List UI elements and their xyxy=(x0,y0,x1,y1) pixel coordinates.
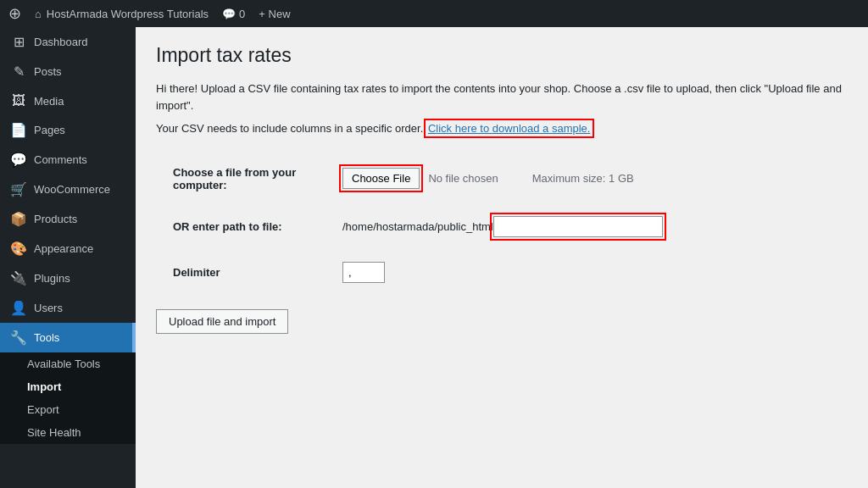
sidebar-item-tools[interactable]: 🔧 Tools xyxy=(0,323,136,352)
sidebar-item-media[interactable]: 🖼 Media xyxy=(0,86,136,115)
posts-icon: ✎ xyxy=(10,64,27,80)
path-row: OR enter path to file: /home/hostarmada/… xyxy=(156,203,848,249)
page-title: Import tax rates xyxy=(156,44,848,67)
sidebar-item-posts[interactable]: ✎ Posts xyxy=(0,57,136,86)
dashboard-icon: ⊞ xyxy=(10,34,27,50)
sidebar-item-available-tools[interactable]: Available Tools xyxy=(0,352,136,375)
wp-logo-icon[interactable]: ⊕ xyxy=(8,4,21,23)
sidebar-item-site-health[interactable]: Site Health xyxy=(0,421,136,444)
path-input-wrap: /home/hostarmada/public_html xyxy=(342,216,831,237)
file-chooser-row: Choose a file from your computer: Choose… xyxy=(156,154,848,204)
sidebar-item-products[interactable]: 📦 Products xyxy=(0,204,136,234)
tools-submenu: Available Tools Import Export Site Healt… xyxy=(0,352,136,444)
site-name[interactable]: ⌂ HostArmada Wordpress Tutorials xyxy=(35,8,209,20)
sidebar-item-export[interactable]: Export xyxy=(0,398,136,421)
max-size-text: Maximum size: 1 GB xyxy=(532,172,634,185)
sidebar-item-pages[interactable]: 📄 Pages xyxy=(0,115,136,145)
comments-count[interactable]: 💬 0 xyxy=(222,8,245,20)
appearance-icon: 🎨 xyxy=(10,241,27,257)
products-icon: 📦 xyxy=(10,211,27,227)
sidebar-item-appearance[interactable]: 🎨 Appearance xyxy=(0,234,136,263)
path-input[interactable] xyxy=(493,216,663,237)
file-label: Choose a file from your computer: xyxy=(156,154,326,204)
woocommerce-icon: 🛒 xyxy=(10,181,27,197)
delimiter-input[interactable] xyxy=(342,262,385,283)
sidebar: ⊞ Dashboard ✎ Posts 🖼 Media 📄 Pages 💬 Co… xyxy=(0,27,136,488)
description-2: Your CSV needs to include columns in a s… xyxy=(156,120,848,137)
sidebar-item-comments[interactable]: 💬 Comments xyxy=(0,145,136,175)
main-content: Import tax rates Hi there! Upload a CSV … xyxy=(136,27,868,488)
admin-bar: ⊕ ⌂ HostArmada Wordpress Tutorials 💬 0 +… xyxy=(0,0,868,27)
import-form: Choose a file from your computer: Choose… xyxy=(156,154,848,296)
choose-file-button[interactable]: Choose File xyxy=(342,168,420,189)
sample-download-link[interactable]: Click here to download a sample. xyxy=(426,121,593,136)
home-icon: ⌂ xyxy=(35,8,42,20)
pages-icon: 📄 xyxy=(10,122,27,138)
sidebar-item-users[interactable]: 👤 Users xyxy=(0,293,136,323)
file-choose-wrap: Choose File No file chosen Maximum size:… xyxy=(342,168,831,189)
media-icon: 🖼 xyxy=(10,93,27,108)
description-1: Hi there! Upload a CSV file containing t… xyxy=(156,80,848,114)
upload-button[interactable]: Upload file and import xyxy=(156,309,288,334)
sidebar-item-import[interactable]: Import xyxy=(0,375,136,398)
no-file-text: No file chosen xyxy=(428,172,498,185)
sidebar-item-plugins[interactable]: 🔌 Plugins xyxy=(0,263,136,293)
sidebar-item-dashboard[interactable]: ⊞ Dashboard xyxy=(0,27,136,57)
tools-icon: 🔧 xyxy=(10,330,27,346)
new-button[interactable]: + New xyxy=(259,8,290,20)
plugins-icon: 🔌 xyxy=(10,270,27,286)
path-prefix: /home/hostarmada/public_html xyxy=(342,220,493,233)
comment-icon: 💬 xyxy=(222,8,236,20)
delimiter-row: Delimiter xyxy=(156,249,848,295)
comments-icon: 💬 xyxy=(10,152,27,168)
sidebar-item-woocommerce[interactable]: 🛒 WooCommerce xyxy=(0,175,136,204)
path-label: OR enter path to file: xyxy=(156,203,326,249)
delimiter-label: Delimiter xyxy=(156,249,326,295)
users-icon: 👤 xyxy=(10,300,27,316)
